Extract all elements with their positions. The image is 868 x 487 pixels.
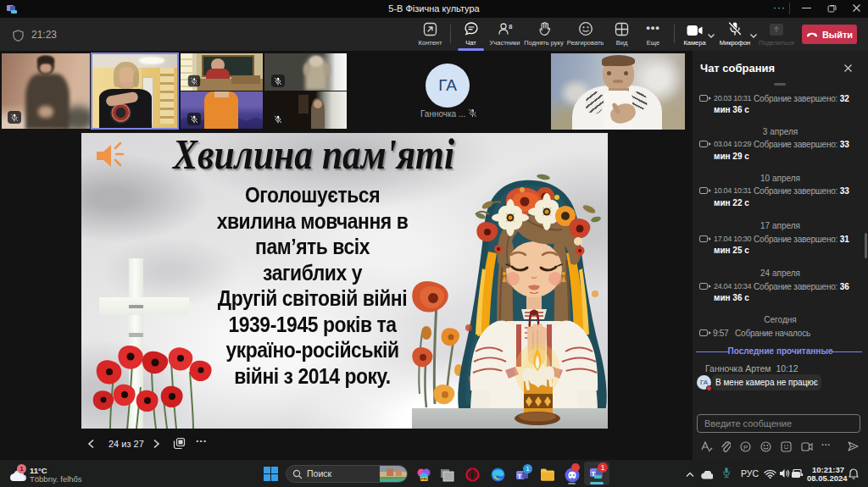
svg-text:P: P: [743, 444, 748, 451]
svg-text:8: 8: [509, 23, 513, 30]
svg-text:PRO: PRO: [421, 477, 430, 481]
svg-text:T: T: [518, 473, 522, 480]
